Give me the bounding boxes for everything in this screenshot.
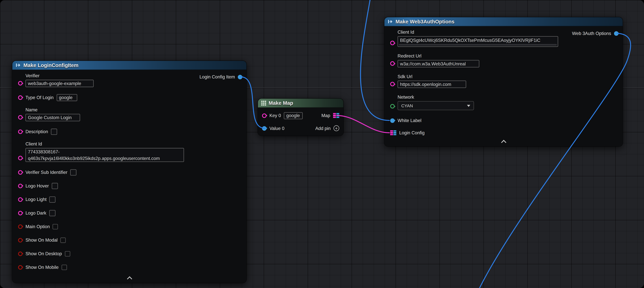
logo-hover-label: Logo Hover <box>26 183 49 188</box>
verifier-sub-identifier-text-field[interactable] <box>70 169 76 175</box>
show-on-modal-label: Show On Modal <box>26 237 58 243</box>
pin-row-client-id: Client Id BEglQSgt4cUWcj6SKRdu5QkOXTsePm… <box>390 30 617 47</box>
make-struct-icon <box>388 19 393 24</box>
make-struct-icon <box>16 63 21 68</box>
logo-dark-label: Logo Dark <box>26 210 46 216</box>
main-option-checkbox[interactable] <box>53 224 58 229</box>
type-of-login-text: google <box>59 94 72 101</box>
node-title: Make Web3AuthOptions <box>396 19 454 25</box>
type-of-login-text-field[interactable]: google <box>56 94 77 101</box>
sdk-url-label: Sdk Url <box>398 74 466 80</box>
node-title: Make LoginConfigItem <box>24 62 78 68</box>
horizontal-scrollbar[interactable] <box>399 44 557 46</box>
logo-dark-input-pin[interactable] <box>18 211 23 215</box>
pin-row-sdk-url: Sdk Url https://sdk.openlogin.com <box>390 74 617 88</box>
show-on-desktop-checkbox[interactable] <box>65 251 70 256</box>
type-of-login-input-pin[interactable] <box>18 95 23 100</box>
pin-row-logo-hover: Logo Hover <box>18 182 241 189</box>
pin-row-white-label: White Label <box>390 117 617 124</box>
collapse-chevron-icon[interactable] <box>501 140 506 145</box>
client-id-text-field[interactable]: BEglQSgt4cUWcj6SKRdu5QkOXTsePmMcusG5EAoy… <box>398 36 558 47</box>
network-dropdown[interactable]: CYAN <box>398 101 474 110</box>
pin-row-logo-dark: Logo Dark <box>18 209 241 217</box>
show-on-modal-checkbox[interactable] <box>60 237 66 243</box>
key-0-input-pin[interactable] <box>262 113 266 118</box>
node-make-map[interactable]: Make Map Map Add pin + Key 0 google Valu… <box>258 99 343 136</box>
client-id-label: Client Id <box>26 141 184 147</box>
redirect-url-label: Redirect Url <box>398 53 479 59</box>
sdk-url-text: https://sdk.openlogin.com <box>400 81 451 88</box>
name-text: Google Custom Login <box>28 114 72 121</box>
pin-row-network: Network CYAN <box>390 95 617 110</box>
pin-row-verifier: Verifier web3auth-google-example <box>18 73 241 87</box>
pin-row-name: Name Google Custom Login <box>18 107 241 121</box>
client-id-input-pin[interactable] <box>18 156 23 160</box>
main-option-input-pin[interactable] <box>18 224 23 229</box>
logo-hover-text-field[interactable] <box>52 183 58 189</box>
client-id-label: Client Id <box>398 30 558 35</box>
client-id-input-pin[interactable] <box>390 41 395 45</box>
verifier-text-field[interactable]: web3auth-google-example <box>26 80 94 87</box>
node-make-loginconfigitem[interactable]: Make LoginConfigItem Login Config Item V… <box>12 61 246 283</box>
verifier-sub-identifier-label: Verifier Sub Identifier <box>26 170 68 175</box>
show-on-mobile-checkbox[interactable] <box>62 264 67 270</box>
logo-light-input-pin[interactable] <box>18 197 23 202</box>
logo-light-label: Logo Light <box>26 197 46 202</box>
show-on-modal-input-pin[interactable] <box>18 238 23 242</box>
white-label-input-pin[interactable] <box>390 118 395 123</box>
client-id-text-field[interactable]: 774338308167-q463s7kpvja16l4l0kko3nb925i… <box>26 148 184 162</box>
sdk-url-input-pin[interactable] <box>390 82 395 86</box>
network-label: Network <box>398 95 474 100</box>
node-title: Make Map <box>269 100 293 106</box>
verifier-text: web3auth-google-example <box>28 80 81 87</box>
pin-row-key-0: Key 0 google <box>262 112 339 119</box>
name-input-pin[interactable] <box>18 115 23 120</box>
network-selected-value: CYAN <box>401 103 413 108</box>
node-collapse-area <box>384 139 623 144</box>
logo-light-text-field[interactable] <box>50 196 56 202</box>
key-0-text: google <box>286 112 300 119</box>
node-collapse-area <box>12 275 246 281</box>
node-header-make-map[interactable]: Make Map <box>258 99 343 108</box>
value-0-input-pin[interactable] <box>262 126 266 131</box>
description-label: Description <box>26 129 48 134</box>
wire-map-to-login-config[interactable] <box>337 115 390 133</box>
login-config-input-pin[interactable] <box>390 130 396 136</box>
show-on-mobile-input-pin[interactable] <box>18 265 23 269</box>
client-id-text: 774338308167-q463s7kpvja16l4l0kko3nb925i… <box>28 149 160 161</box>
show-on-desktop-label: Show On Desktop <box>26 251 62 256</box>
pin-row-show-on-mobile: Show On Mobile <box>18 263 241 271</box>
pin-row-main-option: Main Option <box>18 223 241 230</box>
pin-row-client-id: Client Id 774338308167-q463s7kpvja16l4l0… <box>18 141 241 162</box>
pin-row-verifier-sub-identifier: Verifier Sub Identifier <box>18 169 241 176</box>
pin-row-login-config: Login Config <box>390 129 617 137</box>
logo-hover-input-pin[interactable] <box>18 183 23 188</box>
logo-dark-text-field[interactable] <box>49 210 55 216</box>
chevron-down-icon <box>467 105 470 107</box>
node-header-make-loginconfigitem[interactable]: Make LoginConfigItem <box>12 61 246 70</box>
key-0-text-field[interactable]: google <box>284 112 303 119</box>
show-on-desktop-input-pin[interactable] <box>18 251 23 256</box>
pin-row-logo-light: Logo Light <box>18 196 241 203</box>
key-0-label: Key 0 <box>269 113 281 118</box>
name-text-field[interactable]: Google Custom Login <box>26 114 80 121</box>
collapse-chevron-icon[interactable] <box>127 276 132 281</box>
node-make-web3authoptions[interactable]: Make Web3AuthOptions Web 3Auth Options C… <box>384 17 623 146</box>
description-text-field[interactable] <box>51 129 57 135</box>
node-header-make-web3authoptions[interactable]: Make Web3AuthOptions <box>384 17 623 26</box>
name-label: Name <box>26 107 80 113</box>
blueprint-graph-canvas[interactable]: Make LoginConfigItem Login Config Item V… <box>0 0 644 288</box>
verifier-input-pin[interactable] <box>18 81 23 86</box>
pin-row-show-on-modal: Show On Modal <box>18 236 241 244</box>
sdk-url-text-field[interactable]: https://sdk.openlogin.com <box>398 81 466 88</box>
redirect-url-text: w3a://com.w3a.Web3AuthUnreal <box>400 61 466 67</box>
description-input-pin[interactable] <box>18 129 23 134</box>
main-option-label: Main Option <box>26 224 50 229</box>
pin-row-redirect-url: Redirect Url w3a://com.w3a.Web3AuthUnrea… <box>390 53 617 67</box>
redirect-url-text-field[interactable]: w3a://com.w3a.Web3AuthUnreal <box>398 60 479 68</box>
make-map-icon <box>261 101 266 106</box>
verifier-sub-identifier-input-pin[interactable] <box>18 170 23 174</box>
type-of-login-label: Type Of Login <box>26 95 54 100</box>
network-input-pin[interactable] <box>390 104 395 109</box>
redirect-url-input-pin[interactable] <box>390 61 395 66</box>
